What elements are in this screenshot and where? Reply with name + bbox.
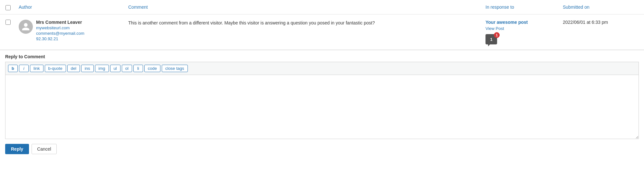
comment-badge: 1 (494, 32, 500, 38)
toolbar-bquote-button[interactable]: b-quote (45, 65, 66, 72)
row-checkbox-col (0, 18, 16, 25)
author-name: Mrs Comment Leaver (36, 20, 84, 25)
submitted-column: 2022/06/01 at 6:33 pm (560, 18, 644, 26)
header-author: Author (16, 3, 126, 11)
select-all-checkbox[interactable] (5, 5, 11, 10)
row-checkbox[interactable] (5, 20, 11, 25)
comment-text: This is another comment from a different… (126, 18, 483, 28)
view-post-link[interactable]: View Post (485, 26, 558, 31)
toolbar-bold-button[interactable]: b (8, 65, 18, 72)
post-title-link[interactable]: Your awesome post (485, 20, 558, 25)
reply-textarea[interactable] (5, 75, 639, 139)
header-in-response: In response to (483, 3, 560, 11)
comment-bubble-wrapper: 1 1 (485, 34, 497, 44)
comment-row: Mrs Comment Leaver mywebsiteurl.com comm… (0, 14, 644, 50)
in-response-column: Your awesome post View Post 1 1 (483, 18, 560, 46)
header-submitted: Submitted on (560, 3, 644, 11)
author-details: Mrs Comment Leaver mywebsiteurl.com comm… (36, 20, 84, 41)
toolbar-close-tags-button[interactable]: close tags (162, 65, 188, 72)
toolbar-ul-button[interactable]: ul (110, 65, 120, 72)
toolbar-li-button[interactable]: li (133, 65, 143, 72)
author-email-link[interactable]: comments@myemail.com (36, 31, 84, 36)
table-header: Author Comment In response to Submitted … (0, 0, 644, 14)
reply-section-title: Reply to Comment (5, 54, 639, 59)
reply-actions: Reply Cancel (5, 140, 639, 158)
person-icon (21, 22, 30, 31)
avatar (19, 20, 33, 34)
reply-section: Reply to Comment b i link b-quote del in… (0, 50, 644, 158)
author-column: Mrs Comment Leaver mywebsiteurl.com comm… (16, 18, 126, 42)
cancel-button[interactable]: Cancel (32, 144, 57, 154)
toolbar-link-button[interactable]: link (30, 65, 43, 72)
toolbar-code-button[interactable]: code (144, 65, 160, 72)
header-comment: Comment (126, 3, 483, 11)
author-ip-link[interactable]: 92.30.92.21 (36, 36, 84, 41)
toolbar-italic-button[interactable]: i (19, 65, 29, 72)
page-wrapper: Author Comment In response to Submitted … (0, 0, 644, 196)
author-website-link[interactable]: mywebsiteurl.com (36, 25, 84, 30)
header-checkbox-col (0, 4, 16, 10)
toolbar-ins-button[interactable]: ins (81, 65, 94, 72)
toolbar-del-button[interactable]: del (67, 65, 80, 72)
toolbar-ol-button[interactable]: ol (122, 65, 132, 72)
toolbar-img-button[interactable]: img (95, 65, 109, 72)
editor-toolbar: b i link b-quote del ins img ul ol li co… (5, 62, 639, 75)
comment-count: 1 (490, 37, 492, 42)
reply-button[interactable]: Reply (5, 144, 29, 154)
